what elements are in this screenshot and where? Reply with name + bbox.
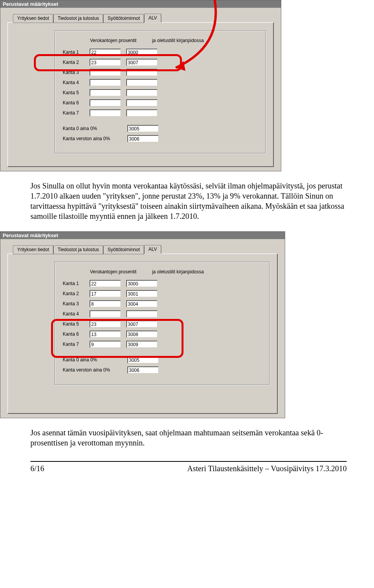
acct-input-zero[interactable]: 3005 xyxy=(127,125,159,132)
kanta-label: Kanta 7 xyxy=(63,342,84,347)
kanta-row-7: Kanta 7 xyxy=(63,109,258,116)
rate-input-2[interactable]: 17 xyxy=(90,290,121,297)
acct-input-3[interactable] xyxy=(126,69,157,76)
rate-input-6[interactable] xyxy=(90,99,121,106)
kanta-label: Kanta 2 xyxy=(63,291,84,296)
tab-company-info[interactable]: Yrityksen tiedot xyxy=(13,245,53,254)
rate-input-7[interactable] xyxy=(90,109,121,116)
settings-window-2: Perustavat määritykset Yrityksen tiedot … xyxy=(0,231,285,418)
rate-input-1[interactable]: 22 xyxy=(90,49,121,56)
kanta-veroton-row: Kanta veroton aina 0% 3006 xyxy=(63,366,261,373)
acct-input-1[interactable]: 3000 xyxy=(126,49,157,56)
acct-input-veroton[interactable]: 3006 xyxy=(127,135,159,142)
tab-alv[interactable]: ALV xyxy=(144,14,161,23)
kanta-row-6: Kanta 6 13 3008 xyxy=(63,331,261,338)
acct-input-2[interactable]: 3001 xyxy=(126,290,157,297)
body-paragraph-1: Jos Sinulla on ollut hyvin monta verokan… xyxy=(0,181,374,221)
kanta-zero-row: Kanta 0 aina 0% 3005 xyxy=(63,125,258,132)
acct-input-5[interactable] xyxy=(126,89,157,96)
tab-company-info[interactable]: Yrityksen tiedot xyxy=(13,14,53,23)
kanta-row-3: Kanta 3 xyxy=(63,69,258,76)
tab-bar: Yrityksen tiedot Tiedostot ja tulostus S… xyxy=(13,245,278,254)
kanta-row-2: Kanta 2 23 3007 xyxy=(63,59,258,66)
kanta-label: Kanta 6 xyxy=(63,100,84,106)
kanta-row-1: Kanta 1 22 3000 xyxy=(63,49,258,56)
rate-input-5[interactable]: 23 xyxy=(90,320,121,327)
vat-group: Verokantojen prosentit ja oletustilit ki… xyxy=(55,30,266,153)
window-title: Perustavat määritykset xyxy=(0,0,281,8)
kanta-veroton-label: Kanta veroton aina 0% xyxy=(63,136,122,141)
footer-title: Asteri Tilaustenkäsittely – Vuosipäivity… xyxy=(187,464,347,473)
kanta-veroton-label: Kanta veroton aina 0% xyxy=(63,367,122,373)
rate-input-2[interactable]: 23 xyxy=(90,59,121,66)
kanta-zero-label: Kanta 0 aina 0% xyxy=(63,357,122,363)
kanta-row-6: Kanta 6 xyxy=(63,99,258,106)
kanta-label: Kanta 3 xyxy=(63,70,84,75)
kanta-row-7: Kanta 7 9 3009 xyxy=(63,341,261,348)
kanta-label: Kanta 2 xyxy=(63,60,84,65)
rate-input-5[interactable] xyxy=(90,89,121,96)
page-footer: 6/16 Asteri Tilaustenkäsittely – Vuosipä… xyxy=(30,461,347,473)
page-number: 6/16 xyxy=(30,464,44,473)
rate-input-1[interactable]: 22 xyxy=(90,280,121,287)
kanta-label: Kanta 1 xyxy=(63,49,84,55)
tab-pane-alv: Verokantojen prosentit ja oletustilit ki… xyxy=(7,22,274,167)
acct-input-6[interactable] xyxy=(126,99,157,106)
kanta-zero-row: Kanta 0 aina 0% 3005 xyxy=(63,356,261,363)
kanta-row-4: Kanta 4 xyxy=(63,310,261,317)
acct-input-zero[interactable]: 3005 xyxy=(127,356,159,363)
kanta-label: Kanta 3 xyxy=(63,301,84,306)
window-title: Perustavat määritykset xyxy=(0,232,285,239)
kanta-label: Kanta 1 xyxy=(63,281,84,286)
acct-input-4[interactable] xyxy=(126,79,157,86)
kanta-label: Kanta 7 xyxy=(63,110,84,116)
settings-window-1: Perustavat määritykset Yrityksen tiedot … xyxy=(0,0,281,171)
acct-input-1[interactable]: 3000 xyxy=(126,280,157,287)
kanta-zero-label: Kanta 0 aina 0% xyxy=(63,126,122,131)
kanta-veroton-row: Kanta veroton aina 0% 3006 xyxy=(63,135,258,142)
tab-input-ops[interactable]: Syöttötoiminnot xyxy=(103,14,144,23)
tab-bar: Yrityksen tiedot Tiedostot ja tulostus S… xyxy=(13,13,274,22)
tab-alv[interactable]: ALV xyxy=(144,245,161,254)
kanta-label: Kanta 4 xyxy=(63,80,84,85)
tab-files-print[interactable]: Tiedostot ja tulostus xyxy=(53,245,103,254)
kanta-label: Kanta 4 xyxy=(63,311,84,317)
acct-input-5[interactable]: 3007 xyxy=(126,320,157,327)
acct-input-6[interactable]: 3008 xyxy=(126,331,157,338)
rate-input-7[interactable]: 9 xyxy=(90,341,121,348)
col-header-account: ja oletustilit kirjanpidossa xyxy=(152,38,204,43)
tab-files-print[interactable]: Tiedostot ja tulostus xyxy=(53,14,103,23)
kanta-row-4: Kanta 4 xyxy=(63,79,258,86)
rate-input-3[interactable]: 8 xyxy=(90,300,121,307)
body-paragraph-2: Jos asennat tämän vuosipäivityksen, saat… xyxy=(0,428,374,448)
kanta-label: Kanta 6 xyxy=(63,331,84,337)
kanta-label: Kanta 5 xyxy=(63,321,84,327)
acct-input-7[interactable] xyxy=(126,109,157,116)
kanta-row-5: Kanta 5 23 3007 xyxy=(63,320,261,327)
acct-input-7[interactable]: 3009 xyxy=(126,341,157,348)
kanta-row-3: Kanta 3 8 3004 xyxy=(63,300,261,307)
acct-input-3[interactable]: 3004 xyxy=(126,300,157,307)
tab-pane-alv: Verokantojen prosentit ja oletustilit ki… xyxy=(7,254,278,414)
acct-input-2[interactable]: 3007 xyxy=(126,59,157,66)
rate-input-3[interactable] xyxy=(90,69,121,76)
kanta-label: Kanta 5 xyxy=(63,90,84,95)
kanta-row-1: Kanta 1 22 3000 xyxy=(63,280,261,287)
rate-input-6[interactable]: 13 xyxy=(90,331,121,338)
rate-input-4[interactable] xyxy=(90,310,121,317)
tab-input-ops[interactable]: Syöttötoiminnot xyxy=(103,245,144,254)
rate-input-4[interactable] xyxy=(90,79,121,86)
kanta-row-2: Kanta 2 17 3001 xyxy=(63,290,261,297)
acct-input-veroton[interactable]: 3006 xyxy=(127,366,159,373)
col-header-percent: Verokantojen prosentit xyxy=(90,38,136,43)
vat-group: Verokantojen prosentit ja oletustilit ki… xyxy=(55,262,270,385)
col-header-percent: Verokantojen prosentit xyxy=(90,269,136,275)
kanta-row-5: Kanta 5 xyxy=(63,89,258,96)
acct-input-4[interactable] xyxy=(126,310,157,317)
col-header-account: ja oletustilit kirjanpidossa xyxy=(152,269,204,275)
